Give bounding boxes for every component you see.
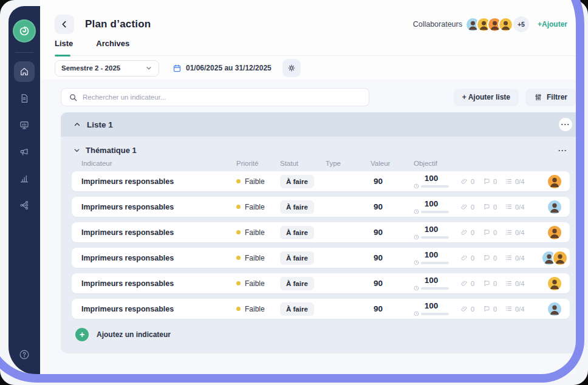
attachments-count[interactable]: 0 — [460, 279, 483, 287]
assignee-avatars[interactable] — [539, 174, 570, 189]
avatar-overflow-badge[interactable]: +5 — [513, 16, 529, 32]
comments-count[interactable]: 0 — [483, 279, 505, 287]
indicator-row[interactable]: Imprimeurs responsables Faible À faire 9… — [72, 248, 570, 268]
col-indicateur: Indicateur — [81, 160, 236, 167]
comment-icon — [483, 279, 491, 287]
clock-icon — [414, 285, 419, 291]
list-menu-button[interactable]: ··· — [559, 118, 572, 131]
value-cell: 90 — [371, 228, 414, 237]
settings-button[interactable] — [282, 59, 301, 77]
tasks-count[interactable]: 0/4 — [505, 177, 539, 185]
tasks-count[interactable]: 0/4 — [505, 254, 539, 262]
sidebar — [9, 6, 40, 375]
chevron-up-icon — [73, 120, 81, 129]
col-type: Type — [326, 160, 371, 167]
comment-icon — [483, 305, 491, 313]
avatar[interactable] — [547, 301, 562, 317]
list-header[interactable]: Liste 1 ··· — [61, 112, 581, 137]
indicator-row[interactable]: Imprimeurs responsables Faible À faire 9… — [72, 171, 570, 191]
sidebar-item-network[interactable] — [14, 195, 35, 216]
comments-count[interactable]: 0 — [483, 177, 505, 185]
assignee-avatars[interactable] — [539, 225, 570, 240]
add-list-button[interactable]: + Ajouter liste — [454, 89, 519, 106]
search-input[interactable] — [83, 94, 361, 101]
col-objectif: Objectif — [414, 160, 460, 167]
priority-cell: Faible — [236, 254, 280, 262]
attachments-count[interactable]: 0 — [460, 203, 483, 211]
sidebar-item-communication[interactable] — [14, 141, 35, 162]
add-collaborator-button[interactable]: +Ajouter — [538, 20, 567, 29]
tasks-count[interactable]: 0/4 — [505, 228, 539, 236]
indicator-row[interactable]: Imprimeurs responsables Faible À faire 9… — [72, 197, 570, 217]
calendar-icon — [173, 64, 182, 73]
sidebar-item-home[interactable] — [14, 61, 35, 82]
filter-button[interactable]: Filtrer — [525, 89, 576, 106]
attachments-count[interactable]: 0 — [460, 305, 483, 313]
status-badge: À faire — [280, 277, 314, 290]
status-badge: À faire — [280, 302, 314, 316]
comments-count[interactable]: 0 — [483, 254, 505, 262]
indicator-row[interactable]: Imprimeurs responsables Faible À faire 9… — [72, 273, 570, 293]
value-cell: 90 — [371, 279, 414, 288]
date-range-picker[interactable]: 01/06/2025 au 31/12/2025 — [173, 64, 272, 73]
avatar[interactable] — [547, 199, 562, 215]
tasks-count[interactable]: 0/4 — [505, 305, 539, 313]
help-button[interactable] — [14, 344, 35, 365]
column-headers: Indicateur Priorité Statut Type Valeur O… — [72, 160, 570, 167]
add-indicator-button[interactable]: + Ajoutez un indicateur — [75, 328, 581, 341]
attachments-count[interactable]: 0 — [460, 228, 483, 236]
indicator-name: Imprimeurs responsables — [81, 177, 236, 186]
avatar[interactable] — [552, 250, 568, 266]
tab-liste[interactable]: Liste — [55, 39, 73, 55]
sidebar-item-statistics[interactable] — [14, 168, 35, 189]
clock-icon — [414, 311, 419, 316]
search-box[interactable] — [61, 88, 369, 106]
tab-archives[interactable]: Archives — [96, 39, 129, 55]
attachments-count[interactable]: 0 — [460, 177, 483, 185]
thematic-title: Thématique 1 — [86, 146, 137, 155]
paperclip-icon — [460, 254, 468, 262]
clock-icon — [414, 234, 419, 240]
paperclip-icon — [460, 228, 468, 236]
assignee-avatars[interactable] — [539, 199, 570, 215]
home-icon — [19, 66, 30, 77]
checklist-icon — [505, 177, 513, 185]
clock-icon — [414, 260, 419, 265]
indicator-name: Imprimeurs responsables — [81, 228, 236, 237]
back-button[interactable] — [55, 15, 74, 34]
gear-icon — [287, 63, 296, 73]
priority-cell: Faible — [236, 203, 280, 211]
tasks-count[interactable]: 0/4 — [505, 279, 539, 287]
tab-bar: Liste Archives — [55, 39, 576, 56]
objective-cell: 100 — [414, 199, 449, 214]
value-cell: 90 — [371, 253, 414, 262]
sidebar-item-dashboard[interactable] — [14, 115, 35, 135]
col-priorite: Priorité — [236, 160, 280, 167]
assignee-avatars[interactable] — [539, 276, 570, 291]
avatar[interactable] — [498, 17, 513, 32]
collaborators-label: Collaborateurs — [413, 20, 462, 29]
tasks-count[interactable]: 0/4 — [505, 203, 539, 211]
indicator-row[interactable]: Imprimeurs responsables Faible À faire 9… — [72, 299, 570, 319]
avatar[interactable] — [547, 174, 562, 189]
col-valeur: Valeur — [371, 160, 414, 167]
paperclip-icon — [460, 279, 468, 287]
avatar[interactable] — [547, 276, 562, 291]
progress-bar — [421, 236, 449, 239]
period-select[interactable]: Semestre 2 - 2025 — [55, 60, 159, 77]
collaborator-avatars[interactable] — [470, 17, 513, 32]
comment-icon — [483, 177, 491, 185]
attachments-count[interactable]: 0 — [460, 254, 483, 262]
assignee-avatars[interactable] — [539, 250, 570, 266]
comments-count[interactable]: 0 — [483, 305, 505, 313]
comments-count[interactable]: 0 — [483, 203, 505, 211]
indicator-row[interactable]: Imprimeurs responsables Faible À faire 9… — [72, 222, 570, 242]
thematic-menu-button[interactable]: ··· — [558, 146, 567, 155]
sidebar-item-documents[interactable] — [14, 88, 35, 109]
avatar[interactable] — [547, 225, 562, 240]
assignee-avatars[interactable] — [539, 301, 570, 317]
brand-spiral-icon[interactable] — [13, 19, 36, 43]
priority-cell: Faible — [236, 228, 280, 237]
objective-cell: 100 — [414, 250, 449, 265]
comments-count[interactable]: 0 — [483, 228, 505, 236]
